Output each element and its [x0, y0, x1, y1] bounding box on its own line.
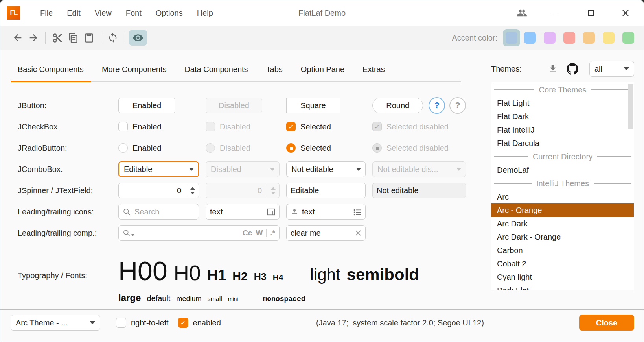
clear-icon[interactable]	[355, 230, 361, 236]
enabled-label: enabled	[193, 318, 221, 327]
menu-file[interactable]: File	[33, 9, 60, 18]
users-icon[interactable]	[515, 6, 529, 20]
checkbox-label: Disabled	[220, 122, 250, 131]
themes-list: Core Themes Flat Light Flat Dark Flat In…	[491, 82, 634, 290]
accent-swatch-blue[interactable]	[524, 32, 536, 44]
leading-trailing-icons-label: Leading/trailing icons:	[18, 207, 112, 216]
theme-list-item[interactable]: Flat Dark	[491, 110, 634, 123]
main-tabs: Basic Components More Components Data Co…	[11, 59, 461, 82]
theme-list-item[interactable]: Arc Dark - Orange	[491, 230, 634, 244]
spinner-enabled[interactable]: 0	[118, 183, 199, 198]
regex-toggle[interactable]: .*	[270, 229, 275, 237]
tab-extras[interactable]: Extras	[355, 59, 392, 81]
forward-icon[interactable]	[26, 30, 41, 46]
match-case-toggle[interactable]: Cc	[243, 229, 252, 237]
themes-filter-combo[interactable]: all	[589, 61, 634, 77]
copy-icon[interactable]	[65, 30, 81, 46]
radio-selected[interactable]	[286, 143, 296, 153]
refresh-icon[interactable]	[105, 30, 121, 46]
close-icon[interactable]	[618, 6, 633, 20]
theme-list-item[interactable]: Cyan light	[491, 270, 634, 284]
textfield-value: clear me	[291, 229, 321, 238]
radio-label: Disabled	[220, 144, 250, 153]
radio-enabled[interactable]	[118, 143, 128, 153]
theme-list-item[interactable]: DemoLaf	[491, 163, 634, 177]
close-button[interactable]: Close	[579, 315, 634, 331]
enabled-checkbox[interactable]: ✓	[178, 318, 188, 328]
theme-list-item[interactable]: Flat Darcula	[491, 137, 634, 150]
menu-font[interactable]: Font	[119, 9, 149, 18]
search-placeholder: Search	[134, 207, 159, 216]
checkbox-selected[interactable]: ✓	[286, 122, 296, 131]
theme-list-item[interactable]: Flat Light	[491, 96, 634, 110]
help-button-gray[interactable]: ?	[449, 97, 466, 114]
combo-arrow-icon[interactable]	[352, 168, 365, 171]
menu-help[interactable]: Help	[190, 9, 220, 18]
toolbar-separator	[101, 32, 101, 44]
menu-options[interactable]: Options	[149, 9, 190, 18]
rtl-checkbox[interactable]	[116, 318, 126, 328]
github-icon[interactable]	[567, 63, 578, 75]
accent-swatch-orange[interactable]	[583, 32, 595, 44]
theme-list-item[interactable]: Arc	[491, 190, 634, 203]
enabled-button[interactable]: Enabled	[118, 98, 175, 113]
accent-swatch-selected[interactable]	[503, 29, 520, 46]
clearable-field[interactable]: clear me	[286, 225, 366, 241]
square-button[interactable]: Square	[286, 98, 340, 113]
download-icon[interactable]	[548, 64, 558, 74]
textfield-editable[interactable]: Editable	[286, 183, 366, 198]
round-button[interactable]: Round	[372, 98, 423, 113]
accent-swatch-blue-muted	[506, 32, 517, 44]
theme-list-item[interactable]: Dark Flat	[491, 284, 634, 290]
text-field-person-list-icons[interactable]: text	[286, 204, 366, 220]
combobox-not-editable-disabled: Not editable dis...	[372, 161, 466, 177]
help-button-blue[interactable]: ?	[429, 97, 445, 114]
tab-basic-components[interactable]: Basic Components	[11, 59, 91, 81]
theme-list-item-selected[interactable]: Arc - Orange	[491, 203, 634, 217]
typography-samples: H00 H0 H1 H2 H3 H4 light semibold large …	[118, 255, 419, 303]
paste-icon[interactable]	[81, 30, 97, 46]
accent-swatch-purple[interactable]	[544, 32, 556, 44]
search-comp-field[interactable]: Cc W .*	[118, 225, 280, 241]
tab-tabs[interactable]: Tabs	[259, 59, 290, 81]
theme-list-item[interactable]: Flat IntelliJ	[491, 123, 634, 137]
typo-h3: H3	[254, 271, 267, 283]
cut-icon[interactable]	[50, 30, 65, 46]
theme-list-item[interactable]: Carbon	[491, 244, 634, 257]
person-icon	[291, 208, 298, 216]
search-field[interactable]: Search	[118, 204, 199, 220]
typo-h2: H2	[232, 270, 247, 283]
tab-more-components[interactable]: More Components	[95, 59, 174, 81]
theme-list-item[interactable]: Cobalt 2	[491, 257, 634, 270]
accent-swatch-yellow[interactable]	[603, 32, 615, 44]
accent-swatch-green[interactable]	[622, 32, 634, 44]
theme-selector-combo[interactable]: Arc Theme - ...	[11, 315, 100, 331]
tab-data-components[interactable]: Data Components	[177, 59, 255, 81]
combobox-not-editable[interactable]: Not editable	[286, 161, 366, 177]
themes-list-scrollbar[interactable]	[628, 84, 633, 129]
spinner-value[interactable]: 0	[119, 183, 186, 198]
maximize-icon[interactable]	[584, 6, 598, 20]
minimize-icon[interactable]	[549, 6, 563, 20]
menu-view[interactable]: View	[88, 9, 119, 18]
checkbox-enabled[interactable]	[118, 122, 128, 131]
tab-option-pane[interactable]: Option Pane	[294, 59, 351, 81]
eye-toggle-button[interactable]	[129, 30, 147, 46]
theme-list-item[interactable]: Arc Dark	[491, 217, 634, 230]
jbutton-row-label: JButton:	[18, 101, 112, 110]
menu-edit[interactable]: Edit	[60, 9, 87, 18]
typo-semibold: semibold	[347, 265, 419, 284]
back-icon[interactable]	[10, 30, 26, 46]
search-dropdown-icon[interactable]	[123, 229, 134, 237]
text-field-table-icon[interactable]: text	[206, 204, 280, 220]
radio-disabled	[206, 143, 215, 153]
rtl-checkbox-group[interactable]: right-to-left	[116, 318, 169, 328]
whole-words-toggle[interactable]: W	[256, 229, 263, 237]
spinner-arrows[interactable]	[186, 183, 199, 198]
combo-arrow-icon[interactable]	[185, 168, 198, 171]
accent-swatch-red[interactable]	[563, 32, 575, 44]
enabled-checkbox-group[interactable]: ✓ enabled	[178, 318, 221, 328]
combobox-editable[interactable]: Editable	[118, 161, 199, 177]
text-caret	[153, 165, 153, 174]
typo-h00: H00	[118, 255, 167, 286]
